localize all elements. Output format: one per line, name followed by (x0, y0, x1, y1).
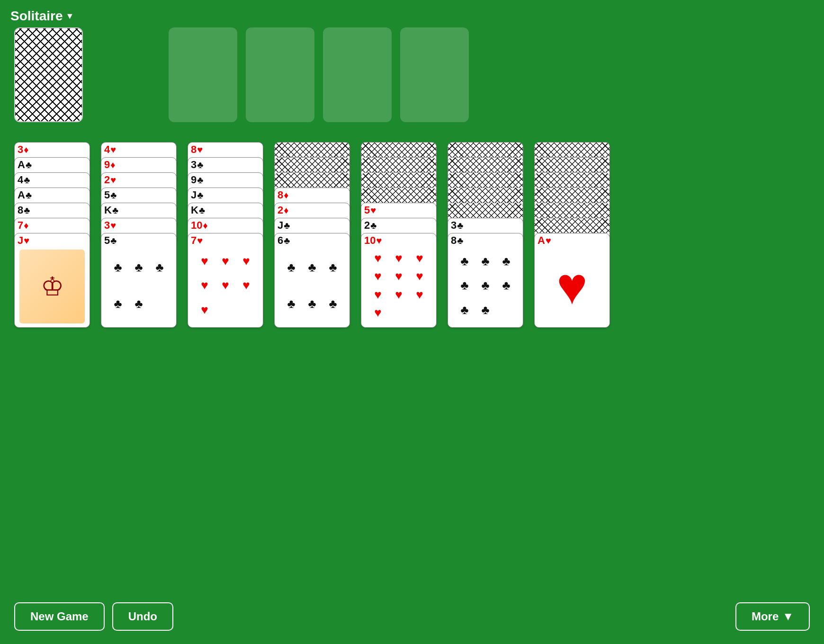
more-arrow: ▼ (782, 610, 794, 623)
card-A-heart[interactable]: A♥♥ (534, 233, 610, 328)
bottom-left-buttons: New Game Undo (14, 602, 173, 631)
foundation-slot-1[interactable] (169, 27, 237, 122)
foundation-slot-4[interactable] (400, 27, 469, 122)
card-10-heart[interactable]: 10♥♥♥♥♥♥♥♥♥♥♥ (361, 233, 437, 328)
tableau-column-1: 3♦A♣4♣A♣8♣7♦J♥♔ (14, 142, 92, 328)
tableau-column-7: A♥♥ (534, 142, 612, 328)
tableau-column-4: 8♦2♦J♣6♣♣♣♣♣♣♣ (274, 142, 352, 328)
tableau-column-6: 3♣8♣♣♣♣♣♣♣♣♣ (448, 142, 526, 328)
card-J-heart[interactable]: J♥♔ (14, 233, 90, 328)
more-button[interactable]: More ▼ (735, 602, 810, 631)
app-header: Solitaire ▼ (10, 9, 74, 24)
foundation-slot-2[interactable] (246, 27, 314, 122)
tableau-column-5: 5♥2♣10♥♥♥♥♥♥♥♥♥♥♥ (361, 142, 439, 328)
title-arrow: ▼ (65, 11, 74, 21)
card-6-club[interactable]: 6♣♣♣♣♣♣♣ (274, 233, 350, 328)
stock-pile[interactable] (14, 27, 83, 122)
more-label: More (752, 610, 779, 623)
card-5-club[interactable]: 5♣♣♣♣♣♣ (101, 233, 177, 328)
bottom-bar: New Game Undo More ▼ (14, 602, 810, 631)
new-game-button[interactable]: New Game (14, 602, 105, 631)
tableau-column-2: 4♥9♦2♥5♣K♣3♥5♣♣♣♣♣♣ (101, 142, 179, 328)
card-7-heart[interactable]: 7♥♥♥♥♥♥♥♥ (188, 233, 263, 328)
tableau-column-3: 8♥3♣9♣J♣K♣10♦7♥♥♥♥♥♥♥♥ (188, 142, 266, 328)
app-title: Solitaire (10, 9, 63, 24)
tableau: 3♦A♣4♣A♣8♣7♦J♥♔4♥9♦2♥5♣K♣3♥5♣♣♣♣♣♣8♥3♣9♣… (14, 142, 612, 328)
undo-button[interactable]: Undo (112, 602, 173, 631)
top-area (14, 27, 469, 122)
card-8-club[interactable]: 8♣♣♣♣♣♣♣♣♣ (448, 233, 523, 328)
foundation-slot-3[interactable] (323, 27, 392, 122)
